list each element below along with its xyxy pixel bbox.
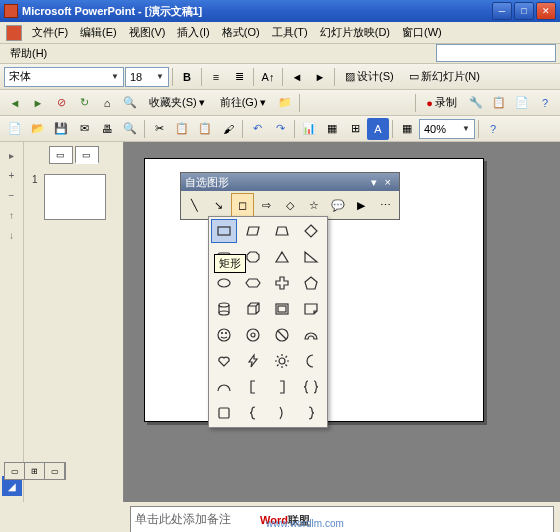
shape-parallelogram[interactable] bbox=[240, 219, 266, 243]
open-button[interactable]: 📂 bbox=[27, 118, 49, 140]
grid-button[interactable]: ⊞ bbox=[344, 118, 366, 140]
menu-help[interactable]: 帮助(H) bbox=[4, 44, 53, 63]
shape-bevel[interactable] bbox=[269, 297, 295, 321]
shape-brace-pair[interactable] bbox=[298, 375, 324, 399]
normal-view-button[interactable]: ▭ bbox=[5, 463, 25, 479]
go-button[interactable]: 前往(G)▾ bbox=[213, 93, 273, 113]
shape-brace-right[interactable] bbox=[298, 401, 324, 425]
home-button[interactable]: ⌂ bbox=[96, 92, 118, 114]
ask-box[interactable] bbox=[436, 44, 556, 62]
shape-right-triangle[interactable] bbox=[298, 245, 324, 269]
shape-arc[interactable] bbox=[211, 375, 237, 399]
shape-can[interactable] bbox=[211, 297, 237, 321]
zoom-combo[interactable]: 40%▼ bbox=[419, 119, 475, 139]
menu-tools[interactable]: 工具(T) bbox=[266, 23, 314, 42]
tool2-button[interactable]: 📋 bbox=[488, 92, 510, 114]
shape-brace-left[interactable] bbox=[240, 401, 266, 425]
format-painter-button[interactable]: 🖌 bbox=[217, 118, 239, 140]
shape-cross[interactable] bbox=[269, 271, 295, 295]
chart-button[interactable]: 📊 bbox=[298, 118, 320, 140]
font-combo[interactable]: 宋体▼ bbox=[4, 67, 124, 87]
show-button[interactable]: ▦ bbox=[396, 118, 418, 140]
connectors-category[interactable]: ↘ bbox=[207, 193, 231, 217]
menu-file[interactable]: 文件(F) bbox=[26, 23, 74, 42]
stop-button[interactable]: ⊘ bbox=[50, 92, 72, 114]
favorites-button[interactable]: 收藏夹(S)▾ bbox=[142, 93, 212, 113]
flowchart-category[interactable]: ◇ bbox=[278, 193, 302, 217]
close-icon[interactable]: × bbox=[381, 176, 395, 188]
font-grow-button[interactable]: A↑ bbox=[257, 66, 279, 88]
shape-heart[interactable] bbox=[211, 349, 237, 373]
basic-shapes-category[interactable]: ◻ bbox=[231, 193, 255, 217]
redo-button[interactable]: ↷ bbox=[269, 118, 291, 140]
menu-view[interactable]: 视图(V) bbox=[123, 23, 172, 42]
new-slide-button[interactable]: ▭新幻灯片(N) bbox=[402, 67, 487, 87]
close-button[interactable]: ✕ bbox=[536, 2, 556, 20]
indent-less-button[interactable]: ◄ bbox=[286, 66, 308, 88]
slides-tab[interactable]: ▭ bbox=[75, 146, 99, 164]
table-button[interactable]: ▦ bbox=[321, 118, 343, 140]
print-button[interactable]: 🖶 bbox=[96, 118, 118, 140]
shape-hexagon[interactable] bbox=[240, 271, 266, 295]
plus-icon[interactable]: + bbox=[3, 166, 21, 184]
autoshapes-title[interactable]: 自选图形▾× bbox=[181, 173, 399, 191]
dropdown-icon[interactable]: ▾ bbox=[367, 176, 381, 189]
new-button[interactable]: 📄 bbox=[4, 118, 26, 140]
save-button[interactable]: 💾 bbox=[50, 118, 72, 140]
help-button[interactable]: ? bbox=[482, 118, 504, 140]
size-combo[interactable]: 18▼ bbox=[125, 67, 169, 87]
shape-oval[interactable] bbox=[211, 271, 237, 295]
color-button[interactable]: A bbox=[367, 118, 389, 140]
undo-button[interactable]: ↶ bbox=[246, 118, 268, 140]
shape-cube[interactable] bbox=[240, 297, 266, 321]
menu-slideshow[interactable]: 幻灯片放映(D) bbox=[314, 23, 396, 42]
slideshow-view-button[interactable]: ▭ bbox=[45, 463, 65, 479]
shape-smiley[interactable] bbox=[211, 323, 237, 347]
slide-thumbnail[interactable]: 1 bbox=[28, 170, 119, 224]
expand-icon[interactable]: ▸ bbox=[3, 146, 21, 164]
stars-category[interactable]: ☆ bbox=[302, 193, 326, 217]
callouts-category[interactable]: 💬 bbox=[326, 193, 350, 217]
indent-more-button[interactable]: ► bbox=[309, 66, 331, 88]
search-button[interactable]: 🔍 bbox=[119, 92, 141, 114]
shape-sun[interactable] bbox=[269, 349, 295, 373]
menu-format[interactable]: 格式(O) bbox=[216, 23, 266, 42]
shape-lightning[interactable] bbox=[240, 349, 266, 373]
bold-button[interactable]: B bbox=[176, 66, 198, 88]
email-button[interactable]: ✉ bbox=[73, 118, 95, 140]
more-category[interactable]: ⋯ bbox=[373, 193, 397, 217]
lines-category[interactable]: ╲ bbox=[183, 193, 207, 217]
menu-edit[interactable]: 编辑(E) bbox=[74, 23, 123, 42]
cut-button[interactable]: ✂ bbox=[148, 118, 170, 140]
numbering-button[interactable]: ≣ bbox=[228, 66, 250, 88]
shape-plaque[interactable] bbox=[211, 401, 237, 425]
bullets-button[interactable]: ≡ bbox=[205, 66, 227, 88]
shape-bracket-left[interactable] bbox=[240, 375, 266, 399]
shape-rectangle[interactable] bbox=[211, 219, 237, 243]
design-button[interactable]: ▨设计(S) bbox=[338, 67, 401, 87]
action-buttons-category[interactable]: ▶ bbox=[349, 193, 373, 217]
back-button[interactable]: ◄ bbox=[4, 92, 26, 114]
menu-window[interactable]: 窗口(W) bbox=[396, 23, 448, 42]
help-icon[interactable]: ? bbox=[534, 92, 556, 114]
shape-moon[interactable] bbox=[298, 349, 324, 373]
shape-triangle[interactable] bbox=[269, 245, 295, 269]
outline-tab[interactable]: ▭ bbox=[49, 146, 73, 164]
paste-button[interactable]: 📋 bbox=[194, 118, 216, 140]
minimize-button[interactable]: ─ bbox=[492, 2, 512, 20]
shape-bracket-right[interactable] bbox=[269, 375, 295, 399]
shape-block-arc[interactable] bbox=[298, 323, 324, 347]
forward-button[interactable]: ► bbox=[27, 92, 49, 114]
block-arrows-category[interactable]: ⇨ bbox=[254, 193, 278, 217]
menu-insert[interactable]: 插入(I) bbox=[171, 23, 215, 42]
shape-folded-corner[interactable] bbox=[298, 297, 324, 321]
up-icon[interactable]: ↑ bbox=[3, 206, 21, 224]
autoshapes-toolbar[interactable]: 自选图形▾× ╲ ↘ ◻ ⇨ ◇ ☆ 💬 ▶ ⋯ bbox=[180, 172, 400, 220]
tool1-button[interactable]: 🔧 bbox=[465, 92, 487, 114]
shape-no-symbol[interactable] bbox=[269, 323, 295, 347]
maximize-button[interactable]: □ bbox=[514, 2, 534, 20]
shape-diamond[interactable] bbox=[298, 219, 324, 243]
down-icon[interactable]: ↓ bbox=[3, 226, 21, 244]
minus-icon[interactable]: − bbox=[3, 186, 21, 204]
copy-button[interactable]: 📋 bbox=[171, 118, 193, 140]
